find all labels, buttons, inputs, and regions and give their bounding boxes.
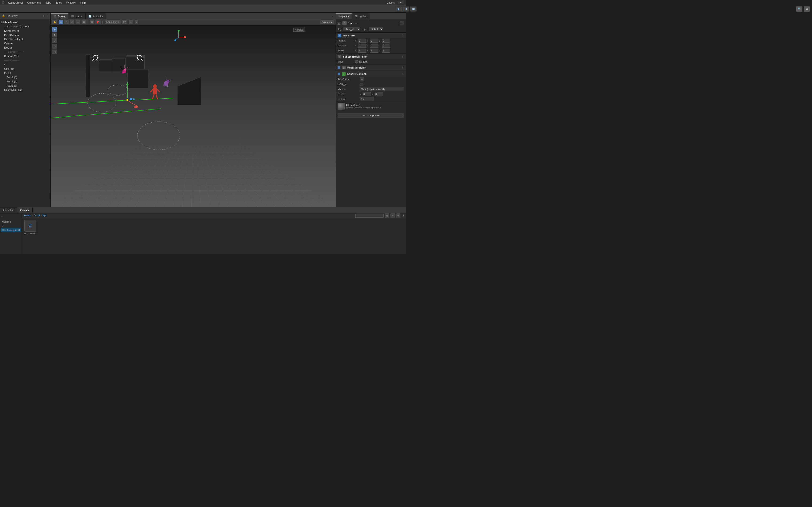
sphere-collider-header[interactable]: ○ Sphere Collider ⋮ (336, 71, 406, 77)
transform-header[interactable]: ⤢ Transform ⋮ (336, 33, 406, 38)
scene-audio[interactable]: ♪ (135, 20, 138, 25)
hier-item-light[interactable]: Directional Light (0, 37, 50, 41)
tool-move[interactable]: ⊕ (58, 20, 63, 25)
hier-item-banana[interactable]: Banana Man (0, 54, 50, 58)
obj-static-icon[interactable]: ▼ (400, 21, 404, 25)
project-item-9[interactable]: 9 (1, 224, 21, 228)
mesh-filter-more[interactable]: ⋮ (402, 55, 404, 58)
render-mode[interactable]: ⊙ Shaded ▼ (104, 20, 121, 25)
tab-game[interactable]: 🎮 Game (68, 13, 86, 19)
hier-item-path1-1[interactable]: Path1 (1) (0, 75, 50, 79)
menu-component[interactable]: Component (27, 1, 42, 4)
tool-snap[interactable]: 🧲 (95, 20, 101, 25)
menu-gameobject[interactable]: GameObject (7, 1, 24, 4)
tool-rect-v[interactable]: ▭ (52, 44, 57, 49)
hier-item-icecup[interactable]: IceCup (0, 46, 50, 50)
tool-all[interactable]: ⊞ (81, 20, 86, 25)
layer-select[interactable]: Default (369, 27, 384, 31)
asset-npc-control[interactable]: # NpcControl... (24, 220, 37, 235)
is-trigger-checkbox[interactable] (360, 82, 363, 86)
mesh-filter-header[interactable]: ⊞ Sphere (Mesh Filter) ⋮ (336, 54, 406, 59)
collider-material-value[interactable]: None (Physic Material) (360, 87, 404, 91)
tool-scale[interactable]: ⤢ (70, 20, 74, 25)
hier-item-point[interactable]: PointSystem (0, 33, 50, 37)
material-shader: Shader Universal Render Pipeline/Lit (346, 107, 404, 109)
tool-rotate-v[interactable]: ↻ (52, 33, 57, 38)
scene-viewport[interactable]: ⊕ ↻ ⤢ ▭ ⊞ < Persp (51, 25, 336, 207)
hier-item-camera[interactable]: Third Person Camera (0, 24, 50, 29)
sphere-collider-toggle[interactable] (338, 72, 341, 75)
tab-navigation[interactable]: Navigation (352, 13, 370, 19)
add-component-btn[interactable]: Add Component (338, 113, 404, 118)
pos-y-input[interactable] (370, 39, 378, 43)
bottom-tool-3[interactable]: ★ (396, 213, 401, 218)
tab-scene[interactable]: 🎬 Scene (51, 13, 68, 19)
breadcrumb-npc[interactable]: Npc (43, 214, 47, 217)
hier-item-canvas[interactable]: Canvas (0, 41, 50, 46)
hier-item-npcpath[interactable]: NpcPath (0, 67, 50, 71)
hier-item-c[interactable]: C (0, 62, 50, 67)
hierarchy-more-icon[interactable]: ⋮ (46, 14, 48, 17)
tab-animation[interactable]: Animation (0, 208, 17, 213)
breadcrumb-assets[interactable]: Assets (24, 214, 31, 217)
folder-collapse-icon[interactable]: ▾ (1, 215, 3, 218)
center-y-input[interactable] (374, 92, 383, 96)
project-item-machine[interactable]: Machine (1, 219, 21, 224)
mesh-renderer-header[interactable]: ◻ Mesh Renderer ⋮ (336, 65, 406, 70)
menu-tools[interactable]: Tools (55, 1, 63, 4)
tool-scale-v[interactable]: ⤢ (52, 38, 57, 43)
tool-rotate[interactable]: ↻ (64, 20, 69, 25)
center-x-input[interactable] (362, 92, 371, 96)
hier-item-env[interactable]: Environment (0, 29, 50, 33)
bottom-tool-1[interactable]: ⊞ (385, 213, 389, 218)
tab-animator[interactable]: 🔄 Animator (86, 13, 106, 19)
hier-item-destroy[interactable]: DestroyOnLoad (0, 88, 50, 92)
obj-enabled-checkbox[interactable]: ✓ (338, 22, 341, 25)
scene-lighting[interactable]: ☀ (129, 20, 134, 25)
menu-window[interactable]: Window (65, 1, 77, 4)
tool-grid[interactable]: ⊞ (90, 20, 94, 25)
tool-all-v[interactable]: ⊞ (52, 49, 57, 54)
layers-dropdown[interactable]: ▼ (398, 1, 404, 4)
gizmos-btn[interactable]: Gizmos ▼ (320, 20, 334, 25)
rot-y-input[interactable] (370, 44, 378, 48)
transform-more[interactable]: ⋮ (402, 34, 404, 37)
tab-more[interactable]: ⋮ (329, 13, 336, 19)
hier-item-path1[interactable]: Path1 (0, 71, 50, 75)
bottom-tool-2[interactable]: ✎ (390, 213, 395, 218)
mesh-renderer-toggle[interactable] (338, 66, 341, 69)
sphere-collider-more[interactable]: ⋮ (402, 72, 404, 75)
tool-move-v[interactable]: ⊕ (52, 27, 57, 32)
menu-jobs[interactable]: Jobs (45, 1, 52, 4)
scale-y-input[interactable] (370, 49, 378, 53)
hier-item-path1-2[interactable]: Path1 (2) (0, 79, 50, 83)
tag-select[interactable]: Untagged (343, 27, 360, 31)
rot-x-input[interactable] (358, 44, 366, 48)
edit-collider-btn[interactable]: ✏ (360, 77, 364, 81)
hierarchy-header: 🔒 Hierarchy + ⋮ (0, 13, 50, 19)
hierarchy-add-icon[interactable]: + (43, 14, 44, 17)
hier-item-path1-3[interactable]: Path1 (3) (0, 83, 50, 88)
scale-z-input[interactable] (382, 49, 390, 53)
breadcrumb-script[interactable]: Script (34, 214, 40, 217)
pause-button[interactable]: ⏸ (403, 6, 406, 11)
center-row: Center X Y (336, 92, 406, 97)
radius-input[interactable] (360, 97, 374, 101)
rot-z-input[interactable] (382, 44, 390, 48)
mesh-renderer-more[interactable]: ⋮ (402, 66, 404, 69)
bottom-search-input[interactable] (355, 214, 384, 218)
tab-inspector[interactable]: Inspector (336, 13, 352, 19)
tool-hand[interactable]: ✋ (52, 20, 58, 25)
scale-x-input[interactable] (358, 49, 366, 53)
bottom-content: ▾ Machine 9 Grid Prototype M Assets › Sc… (0, 213, 406, 253)
menu-help[interactable]: Help (80, 1, 87, 4)
pos-x-input[interactable] (358, 39, 366, 43)
pos-z-input[interactable] (382, 39, 390, 43)
view-2d[interactable]: 2D (122, 20, 128, 25)
hierarchy-content[interactable]: MobileScene* Third Person Camera Environ… (0, 19, 50, 207)
hier-item-scene[interactable]: MobileScene* (0, 20, 50, 24)
project-item-grid[interactable]: Grid Prototype M (1, 228, 21, 232)
tool-rect[interactable]: ▭ (75, 20, 80, 25)
tab-console[interactable]: Console (17, 208, 33, 213)
play-button[interactable]: ▶ (395, 6, 402, 11)
